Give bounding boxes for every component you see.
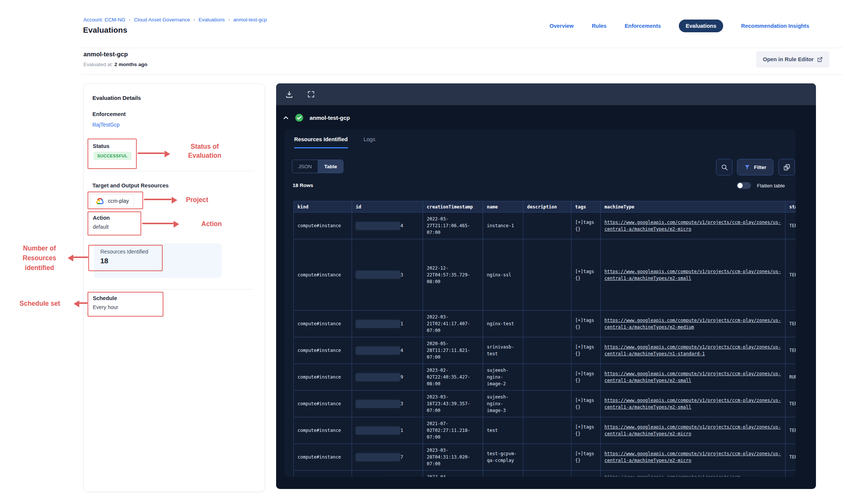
cell-status: TERMINATED: [786, 391, 796, 417]
id-tail-digit: 1: [400, 320, 403, 327]
machine-type-link[interactable]: https://www.googleapis.com/compute/v1/pr…: [604, 474, 743, 477]
table-row: compute#instance42020-05-28T11:27:11.821…: [294, 337, 796, 364]
result-title: anmol-test-gcp: [310, 115, 350, 121]
schedule-value: Every hour: [93, 304, 118, 310]
cell-tags: [+]tags{}: [571, 417, 601, 444]
action-value: default: [93, 224, 109, 230]
id-tail-digit: 9: [400, 374, 403, 380]
cell-creation-timestamp: 2022-04-: [423, 471, 483, 477]
cell-tags: [+]tags{}: [571, 213, 601, 239]
machine-type-link[interactable]: https://www.googleapis.com/compute/v1/pr…: [604, 371, 781, 383]
cell-description: [523, 391, 571, 417]
nav-item-overview[interactable]: Overview: [550, 23, 574, 29]
breadcrumb-separator: ›: [193, 17, 195, 23]
machine-type-link[interactable]: https://www.googleapis.com/compute/v1/pr…: [604, 318, 781, 330]
column-header-description: description: [523, 201, 571, 213]
cell-name: srinivasb-test: [483, 337, 523, 364]
redacted-id: [356, 427, 400, 435]
results-toolbar: [276, 83, 816, 105]
copy-icon: [783, 164, 790, 171]
success-check-icon: [295, 113, 304, 122]
evaluated-at-label: Evaluated at:: [83, 62, 113, 67]
evaluated-at-value: 2 months ago: [115, 62, 148, 67]
table-body: compute#instance42022-03-27T21:17:06.465…: [294, 213, 796, 477]
nav-item-rules[interactable]: Rules: [592, 23, 607, 29]
flatten-toggle[interactable]: [737, 182, 751, 189]
cell-name: nginx-test: [483, 311, 523, 337]
redacted-id: [356, 453, 400, 461]
cell-description: [523, 337, 571, 364]
cell-description: [523, 311, 571, 337]
cell-tags: [+]tags{}: [571, 311, 601, 337]
cell-machine-type: https://www.googleapis.com/compute/v1/pr…: [601, 239, 786, 311]
open-in-rule-editor-label: Open in Rule Editor: [763, 56, 814, 62]
breadcrumb-item[interactable]: Evaluations: [198, 17, 225, 23]
id-tail-digit: 3: [400, 272, 403, 278]
cell-creation-timestamp: 2022-03-27T21:17:06.465-07:00: [423, 213, 483, 239]
nav-item-enforcements[interactable]: Enforcements: [625, 23, 661, 29]
search-button[interactable]: [716, 159, 733, 175]
subheader-divider: [81, 74, 843, 75]
table-row: compute#instance72023-03-28T04:31:13.020…: [294, 444, 796, 471]
redacted-id: [356, 400, 400, 408]
breadcrumb-item[interactable]: Cloud Asset Governance: [134, 17, 190, 23]
tab-resources-identified[interactable]: Resources Identified: [294, 136, 348, 148]
filter-button[interactable]: Filter: [737, 159, 774, 175]
annotation-arrowhead-schedule: [74, 300, 79, 307]
cell-kind: compute#instance: [294, 311, 352, 337]
flatten-label: Flatten table: [757, 183, 785, 189]
cell-tags: [+]tags{}: [571, 364, 601, 391]
cell-name: sujeesh-nginx-image-3: [483, 391, 523, 417]
machine-type-link[interactable]: https://www.googleapis.com/compute/v1/pr…: [604, 344, 781, 356]
open-in-rule-editor-button[interactable]: Open in Rule Editor: [756, 51, 829, 68]
redacted-id: [356, 222, 400, 230]
nav-item-recommendation-insights[interactable]: Recommendation Insights: [741, 23, 809, 29]
cell-machine-type: https://www.googleapis.com/compute/v1/pr…: [601, 337, 786, 364]
breadcrumb-item[interactable]: anmol-test-gcp: [233, 17, 267, 23]
project-name: ccm-play: [108, 198, 129, 204]
machine-type-link[interactable]: https://www.googleapis.com/compute/v1/pr…: [604, 220, 781, 232]
schedule-label: Schedule: [93, 295, 117, 301]
table-row: compute#instance12022-03-21T02:41:17.407…: [294, 311, 796, 337]
filter-icon: [744, 164, 750, 170]
cell-machine-type: https://www.googleapis.com/compute/v1/pr…: [601, 444, 786, 471]
action-label: Action: [93, 215, 110, 221]
column-header-name: name: [483, 201, 523, 213]
external-link-icon: [817, 57, 823, 62]
cell-name: nginx-ssl: [483, 239, 523, 311]
enforcement-link[interactable]: RajTestGcp: [92, 122, 119, 128]
annotation-arrowhead-status: [165, 151, 170, 157]
view-toggle-json[interactable]: JSON: [292, 160, 318, 173]
cell-tags: [+]tags{}: [571, 444, 601, 471]
view-toggle-table[interactable]: Table: [318, 160, 343, 173]
collapse-chevron-icon[interactable]: [283, 115, 289, 121]
cell-kind: [294, 471, 352, 477]
fullscreen-icon[interactable]: [307, 90, 315, 98]
annotation-text-resources: Number of Resources identified: [13, 243, 66, 273]
cell-creation-timestamp: 2021-07-02T02:27:11.218-07:00: [423, 417, 483, 444]
status-label: Status: [93, 143, 109, 149]
machine-type-link[interactable]: https://www.googleapis.com/compute/v1/pr…: [604, 451, 781, 463]
cell-status: TERMINATED: [786, 337, 796, 364]
table-row: compute#instance12021-07-02T02:27:11.218…: [294, 417, 796, 444]
tab-logs[interactable]: Logs: [364, 136, 375, 148]
download-icon[interactable]: [285, 90, 293, 98]
cell-tags: [+]tags{}: [571, 337, 601, 364]
copy-button[interactable]: [778, 159, 795, 175]
cell-description: [523, 213, 571, 239]
nav-item-evaluations[interactable]: Evaluations: [679, 20, 723, 32]
cell-id: 7: [352, 444, 423, 471]
cell-status: TERMINATED: [786, 417, 796, 444]
id-tail-digit: 4: [400, 347, 403, 354]
cell-tags: [571, 471, 601, 477]
breadcrumb-item[interactable]: Account: CCM-NG: [83, 17, 125, 23]
cell-id: 3: [352, 391, 423, 417]
annotation-arrow-status: [137, 152, 165, 154]
cell-status: [786, 471, 796, 477]
machine-type-link[interactable]: https://www.googleapis.com/compute/v1/pr…: [604, 269, 781, 281]
machine-type-link[interactable]: https://www.googleapis.com/compute/v1/pr…: [604, 424, 781, 436]
cell-description: [523, 417, 571, 444]
cell-creation-timestamp: 2023-02-02T22:40:35.427-08:00: [423, 364, 483, 391]
machine-type-link[interactable]: https://www.googleapis.com/compute/v1/pr…: [604, 398, 781, 410]
cell-creation-timestamp: 2020-05-28T11:27:11.821-07:00: [423, 337, 483, 364]
